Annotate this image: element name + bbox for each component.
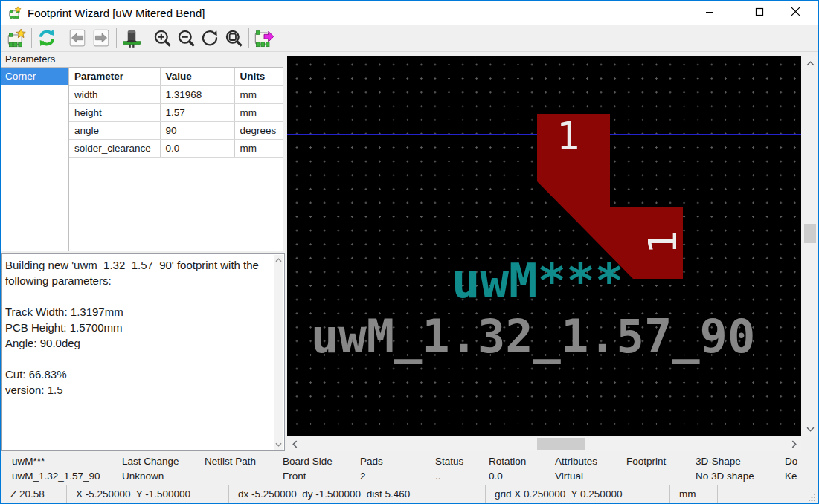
- zoom-in-icon: [152, 28, 173, 48]
- message-line: Cut: 66.83%: [5, 366, 272, 382]
- column-header: Value: [160, 68, 234, 85]
- page-item-corner[interactable]: Corner: [1, 68, 68, 85]
- column-header: Parameter: [69, 68, 160, 85]
- export-footprint-icon: [254, 28, 274, 48]
- message-line: [5, 288, 272, 304]
- arrow-left-icon: [68, 28, 87, 48]
- footprint-preview-canvas[interactable]: 1 1 uwM*** uwM_1.32_1.57_90: [287, 56, 801, 436]
- scroll-right-icon[interactable]: [788, 436, 800, 451]
- footprint-wizard-window: Footprint Wizard [uW Mitered Bend]: [0, 0, 819, 504]
- canvas-vertical-scrollbar[interactable]: [803, 56, 818, 436]
- previous-page-button[interactable]: [65, 27, 89, 49]
- param-cell: mm: [234, 103, 283, 121]
- cursor-status-bar: Z 20.58X -5.250000 Y -1.500000dx -5.2500…: [1, 485, 818, 503]
- status-field: AttributesVirtual: [555, 454, 597, 484]
- export-footprint-button[interactable]: [252, 27, 276, 49]
- column-header: Units: [234, 68, 283, 85]
- footprint-value-text: uwM_1.32_1.57_90: [311, 309, 755, 364]
- canvas-horizontal-scrollbar[interactable]: [287, 436, 801, 451]
- rotate-clockwise-icon: [200, 28, 220, 48]
- cursor-bar-cell: grid X 0.250000 Y 0.250000: [486, 485, 670, 503]
- wizard-pages-list: Corner: [1, 67, 69, 251]
- table-row: width1.31968mm: [69, 85, 283, 103]
- scroll-left-icon[interactable]: [289, 436, 301, 451]
- zoom-fit-icon: [224, 28, 244, 48]
- status-field: Rotation0.0: [489, 454, 526, 484]
- horizontal-scroll-thumb[interactable]: [537, 438, 585, 450]
- cursor-bar-cell: dx -5.250000 dy -1.500000 dist 5.460: [229, 485, 486, 503]
- build-message-text: Building new 'uwm_1.32_1.57_90' footprin…: [5, 257, 272, 449]
- param-cell: height: [69, 103, 160, 121]
- window-title: Footprint Wizard [uW Mitered Bend]: [28, 7, 205, 19]
- table-row: angle90degrees: [69, 121, 283, 139]
- footprint-reference-text: uwM***: [452, 253, 623, 308]
- toolbar-separator: [147, 28, 147, 48]
- pad-number-2: 1: [643, 223, 682, 262]
- message-panel: Building new 'uwm_1.32_1.57_90' footprin…: [1, 253, 285, 451]
- zoom-to-fit-button[interactable]: [222, 27, 245, 49]
- param-value-cell[interactable]: 90: [160, 121, 234, 139]
- table-row: solder_clearance0.0mm: [69, 139, 283, 157]
- message-line: Building new 'uwm_1.32_1.57_90' footprin…: [5, 257, 272, 273]
- scrollbar-corner: [801, 436, 818, 451]
- main-toolbar: [1, 25, 818, 52]
- scroll-down-icon[interactable]: [274, 439, 283, 450]
- message-line: PCB Height: 1.5700mm: [5, 320, 272, 335]
- param-cell: mm: [234, 139, 283, 157]
- param-value-cell[interactable]: 0.0: [160, 139, 234, 157]
- message-line: Angle: 90.0deg: [5, 335, 272, 351]
- param-cell: angle: [69, 121, 160, 139]
- param-value-cell[interactable]: 1.31968: [160, 85, 234, 103]
- redraw-view-button[interactable]: [198, 27, 222, 49]
- status-field: DoKe: [785, 454, 797, 484]
- status-field: Netlist Path: [205, 454, 256, 484]
- status-field: Pads2: [360, 454, 383, 484]
- status-field: 3D-ShapeNo 3D shape: [696, 454, 754, 484]
- next-page-button[interactable]: [89, 27, 113, 49]
- toolbar-separator: [116, 28, 117, 48]
- param-cell: degrees: [234, 121, 283, 139]
- param-cell: width: [69, 85, 160, 103]
- message-line: version: 1.5: [5, 382, 272, 398]
- maximize-button[interactable]: [742, 0, 777, 23]
- status-field: uwM***uwM_1.32_1.57_90: [12, 454, 100, 484]
- cursor-bar-cell: [718, 485, 818, 503]
- app-footprint-icon: [7, 6, 22, 21]
- parameters-caption: Parameters: [1, 54, 285, 67]
- refresh-button[interactable]: [35, 27, 59, 49]
- parameters-table: ParameterValueUnits width1.31968mmheight…: [69, 67, 283, 251]
- status-field: Last ChangeUnknown: [122, 454, 179, 484]
- toolbar-separator: [248, 28, 249, 48]
- cursor-bar-cell: mm: [670, 485, 718, 503]
- minimize-button[interactable]: [693, 0, 727, 23]
- zoom-out-button[interactable]: [174, 27, 198, 49]
- table-row: height1.57mm: [69, 103, 283, 121]
- toolbar-separator: [31, 28, 32, 48]
- close-button[interactable]: [778, 0, 812, 23]
- vertical-scroll-thumb[interactable]: [804, 224, 816, 243]
- status-field: Footprint: [626, 454, 666, 484]
- footprint-star-icon: [7, 28, 27, 48]
- cursor-bar-cell: X -5.250000 Y -1.500000: [67, 485, 229, 503]
- message-scrollbar[interactable]: [274, 255, 283, 450]
- footprint-status-bar: uwM***uwM_1.32_1.57_90Last ChangeUnknown…: [1, 452, 818, 485]
- toolbar-separator: [62, 28, 62, 48]
- scroll-down-icon[interactable]: [803, 423, 818, 435]
- zoom-in-button[interactable]: [150, 27, 174, 49]
- scroll-up-icon[interactable]: [803, 57, 818, 69]
- param-cell: solder_clearance: [69, 139, 160, 157]
- pad-settings-button[interactable]: [120, 27, 144, 49]
- message-line: Track Width: 1.3197mm: [5, 304, 272, 320]
- refresh-icon: [36, 28, 57, 48]
- message-line: [5, 351, 272, 366]
- resize-grip[interactable]: [809, 494, 816, 501]
- param-value-cell[interactable]: 1.57: [160, 103, 234, 121]
- pad-number-1: 1: [556, 117, 579, 155]
- scroll-up-icon[interactable]: [274, 255, 283, 265]
- pad-icon: [121, 28, 142, 48]
- new-footprint-wizard-button[interactable]: [4, 27, 28, 49]
- arrow-right-icon: [91, 28, 111, 48]
- message-line: following parameters:: [5, 273, 272, 288]
- cursor-bar-cell: Z 20.58: [1, 485, 67, 503]
- param-cell: mm: [234, 85, 283, 103]
